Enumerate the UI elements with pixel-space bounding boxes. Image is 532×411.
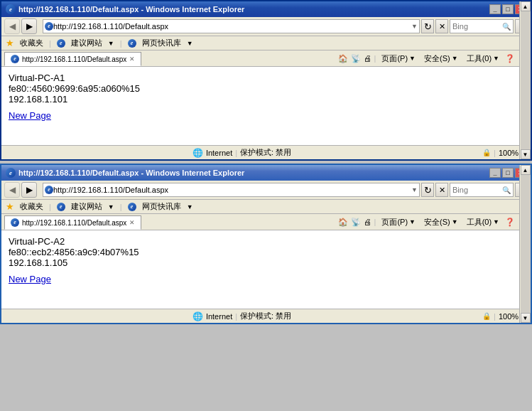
safety-arrow-2: ▼ [452, 218, 458, 225]
stop-icon-2[interactable]: ✕ [435, 183, 448, 197]
content-wrapper-2: Virtual-PC-A2 fe80::ecb2:4856:a9c9:4b07%… [1, 230, 531, 309]
nav-toolbar-2: ◀ ▶ e ▼ ↻ ✕ 🔍 ▼ [1, 181, 531, 200]
lock-icon-1: 🔒 [482, 149, 491, 156]
tools-arrow-2: ▼ [493, 218, 499, 225]
favorites-label-2[interactable]: 收藏夹 [20, 201, 43, 212]
tools-menu-2[interactable]: 工具(0) ▼ [464, 216, 502, 228]
maximize-button-1[interactable]: □ [502, 4, 514, 14]
tab-close-1[interactable]: ✕ [129, 55, 135, 63]
ie-logo-icon-2: e [6, 168, 16, 178]
address-bar-1[interactable]: e ▼ [43, 19, 420, 33]
minimize-button-2[interactable]: _ [489, 168, 501, 178]
tab-label-2: http://192.168.1.110/Default.aspx [22, 219, 126, 227]
browser-window-2: e http://192.168.1.110/Default.aspx - Wi… [0, 164, 532, 324]
refresh-icon-1[interactable]: ↻ [421, 19, 434, 33]
page-arrow-2: ▼ [409, 218, 416, 225]
tab-area-2: e http://192.168.1.110/Default.aspx ✕ [1, 214, 334, 230]
help-icon-2[interactable]: ❓ [505, 218, 515, 227]
scroll-track-2[interactable] [521, 175, 531, 313]
ie-globe-icon-2: 🌐 [192, 311, 203, 321]
favorites-star-icon-2: ★ [6, 201, 14, 212]
status-protected-2: 保护模式: 禁用 [240, 311, 291, 321]
new-page-link-1[interactable]: New Page [9, 110, 523, 121]
cmd-bar-2: 🏠 📡 🖨 | 页面(P) ▼ 安全(S) ▼ 工具(0) ▼ ❓ [334, 214, 519, 230]
suggest-icon-1: e [57, 39, 65, 48]
address-dropdown-2[interactable]: ▼ [411, 186, 418, 193]
tools-menu-1[interactable]: 工具(0) ▼ [464, 53, 502, 65]
quicklinks-arrow-2[interactable]: ▼ [187, 203, 193, 210]
forward-button-2[interactable]: ▶ [21, 182, 37, 198]
zoom-level-2: 100% [499, 312, 519, 321]
scrollbar-right-1: ▲ ▼ [519, 1, 531, 159]
new-page-link-2[interactable]: New Page [9, 274, 523, 284]
status-protected-1: 保护模式: 禁用 [240, 147, 291, 158]
search-button-2[interactable]: 🔍 [502, 186, 511, 194]
rss-icon-1[interactable]: 📡 [351, 54, 361, 63]
suggest-arrow-2[interactable]: ▼ [108, 203, 114, 210]
home-icon-1[interactable]: 🏠 [338, 54, 348, 63]
page-menu-2[interactable]: 页面(P) ▼ [379, 216, 418, 228]
title-bar-left-1: e http://192.168.1.110/Default.aspx - Wi… [6, 4, 244, 14]
scroll-down-2[interactable]: ▼ [521, 313, 531, 323]
content-wrapper-1: Virtual-PC-A1 fe80::4560:9699:6a95:a060%… [1, 67, 531, 145]
fav-sep-3: | [49, 203, 51, 211]
fav-sep-1: | [49, 39, 51, 48]
page-menu-1[interactable]: 页面(P) ▼ [379, 53, 418, 65]
search-button-1[interactable]: 🔍 [502, 23, 511, 31]
status-internet-2: Internet [206, 312, 232, 321]
tab-1[interactable]: e http://192.168.1.110/Default.aspx ✕ [4, 52, 141, 66]
minimize-button-1[interactable]: _ [489, 4, 501, 14]
address-input-1[interactable] [53, 22, 411, 31]
title-bar-1: e http://192.168.1.110/Default.aspx - Wi… [1, 1, 531, 17]
ip-1: 192.168.1.101 [9, 94, 523, 105]
refresh-icon-2[interactable]: ↻ [421, 183, 434, 197]
tab-2[interactable]: e http://192.168.1.110/Default.aspx ✕ [4, 215, 141, 230]
browser-window-1: e http://192.168.1.110/Default.aspx - Wi… [0, 0, 532, 161]
stop-icon-1[interactable]: ✕ [435, 19, 448, 33]
rss-icon-2[interactable]: 📡 [351, 218, 361, 227]
tab-close-2[interactable]: ✕ [129, 219, 135, 226]
quicklinks-label-1[interactable]: 网页快讯库 [142, 38, 181, 48]
status-center-1: 🌐 Internet | 保护模式: 禁用 [4, 147, 479, 158]
scroll-track-1[interactable] [521, 11, 531, 149]
home-icon-2[interactable]: 🏠 [338, 218, 348, 227]
status-bar-2: 🌐 Internet | 保护模式: 禁用 🔒 | 100% ▼ [1, 309, 531, 323]
address-bar-2[interactable]: e ▼ [43, 183, 420, 197]
search-input-1[interactable] [452, 22, 502, 31]
status-bar-1: 🌐 Internet | 保护模式: 禁用 🔒 | 100% ▼ [1, 145, 531, 159]
address-dropdown-1[interactable]: ▼ [411, 23, 418, 30]
status-sep-2: | [235, 312, 237, 321]
lock-icon-2: 🔒 [482, 312, 491, 320]
address-input-2[interactable] [53, 186, 411, 194]
forward-button-1[interactable]: ▶ [21, 18, 37, 34]
back-button-1[interactable]: ◀ [4, 18, 20, 34]
status-sep-1: | [235, 149, 237, 157]
favorites-star-icon-1: ★ [6, 38, 14, 48]
print-icon-1[interactable]: 🖨 [364, 54, 371, 63]
address-ie-icon-1: e [45, 22, 53, 31]
tab-icon-1: e [11, 55, 19, 63]
scroll-up-2[interactable]: ▲ [521, 165, 531, 175]
maximize-button-2[interactable]: □ [502, 168, 514, 178]
favorites-label-1[interactable]: 收藏夹 [20, 38, 43, 48]
window-title-2: http://192.168.1.110/Default.aspx - Wind… [18, 169, 244, 177]
scroll-down-1[interactable]: ▼ [521, 149, 531, 159]
search-box-1: 🔍 [450, 19, 514, 33]
cmd-bar-1: 🏠 📡 🖨 | 页面(P) ▼ 安全(S) ▼ 工具(0) ▼ ❓ [334, 50, 519, 66]
scroll-up-1[interactable]: ▲ [521, 1, 531, 11]
safety-menu-2[interactable]: 安全(S) ▼ [421, 216, 461, 228]
ie-logo-icon-1: e [6, 4, 16, 14]
suggest-arrow-1[interactable]: ▼ [108, 40, 114, 47]
search-input-2[interactable] [452, 186, 502, 194]
status-internet-1: Internet [206, 149, 232, 157]
main-content-1: Virtual-PC-A1 fe80::4560:9699:6a95:a060%… [1, 67, 531, 145]
help-icon-1[interactable]: ❓ [505, 54, 515, 63]
suggest-site-2[interactable]: 建议网站 [71, 201, 102, 212]
quicklinks-label-2[interactable]: 网页快讯库 [142, 201, 181, 212]
print-icon-2[interactable]: 🖨 [364, 218, 371, 226]
quicklinks-arrow-1[interactable]: ▼ [187, 40, 193, 47]
back-button-2[interactable]: ◀ [4, 182, 20, 198]
suggest-site-1[interactable]: 建议网站 [71, 38, 102, 48]
safety-menu-1[interactable]: 安全(S) ▼ [421, 53, 461, 65]
hostname-1: Virtual-PC-A1 [9, 73, 523, 83]
